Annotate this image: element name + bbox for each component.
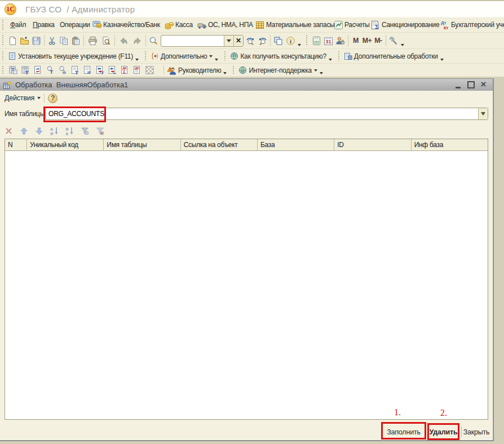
table-name-combobox[interactable]: ORG_ACCOUNTS [45,108,488,120]
tables-grid[interactable]: N Уникальный код Имя таблицы Ссылка на о… [5,139,488,420]
toolbar-grip[interactable] [2,35,6,46]
toolbar-grip[interactable] [338,51,342,61]
delete-row-button[interactable] [1,124,16,137]
report-search-lines-button[interactable] [56,64,69,77]
manager-button[interactable]: ! Руководителю [166,64,222,77]
doc-title-button[interactable]: T [69,64,81,77]
user-session-button[interactable] [334,34,346,47]
doc-transfer-title-button[interactable]: T [94,64,106,77]
menu-edit[interactable]: Правка [33,17,55,32]
info-button[interactable]: i [284,34,297,47]
menu-operations[interactable]: Операции [60,17,90,32]
print-button[interactable] [86,34,99,47]
search-input[interactable] [161,35,224,46]
consultation-button[interactable]: Как получить консультацию? [229,49,327,63]
services-dropdown-arrow[interactable] [400,33,405,48]
internet-support-button[interactable]: Интернет-поддержка [237,64,318,77]
close-button[interactable]: × [480,81,487,88]
delete-button[interactable]: Удалить [427,424,459,440]
maximize-button[interactable] [467,81,475,88]
table-name-dropdown-button[interactable] [478,108,488,119]
toolbar-grip[interactable] [232,66,236,74]
doc-transfer-lines-button[interactable] [106,64,118,77]
toolbar-grip[interactable] [306,35,310,46]
dk-doc-button[interactable]: ДК [131,64,143,77]
column-header-table-name[interactable]: Имя таблицы [104,139,180,150]
info-dropdown-arrow[interactable] [297,33,302,48]
actions-menu-button[interactable]: Действия [0,91,43,105]
redo-button[interactable] [130,34,144,47]
paste-button[interactable] [70,34,82,47]
memory-m-plus-button[interactable]: M+ [361,34,373,47]
toolbar-grip[interactable] [2,20,6,30]
clear-filter-button[interactable] [92,124,108,137]
menu-materials[interactable]: Материальные запасы [255,17,334,32]
report-refresh-button[interactable] [32,64,44,77]
checker-button[interactable] [143,64,156,77]
services-button[interactable] [388,34,400,47]
copy-button[interactable] [58,34,70,47]
undo-button[interactable] [117,34,130,47]
memory-m-minus-button[interactable]: M- [373,34,384,47]
column-header-object-ref[interactable]: Ссылка на объект [181,139,258,150]
window-controls: × [455,81,487,88]
search-dropdown-button[interactable] [224,35,233,46]
help-button[interactable]: ? [48,94,58,103]
sort-ascending-button[interactable]: АЯ [47,124,62,137]
calculator-button[interactable] [311,34,322,47]
internet-support-overflow-arrow[interactable] [319,64,324,77]
dk-sum-button[interactable]: ДКΣ [118,64,131,77]
toolbar-grip[interactable] [2,51,6,61]
set-institution-overflow-arrow[interactable] [134,49,140,63]
doc-lines-button[interactable] [81,64,94,77]
menu-fixed-assets[interactable]: ОС, НМА, НПА [197,17,253,32]
extra-processing-overflow-arrow[interactable] [439,49,445,63]
sort-descending-button[interactable]: ЯА [62,124,77,137]
toolbar-grip[interactable] [224,51,228,61]
open-button[interactable] [19,34,30,47]
manager-overflow-arrow[interactable] [222,64,228,77]
processing-window-titlebar[interactable]: Обработка ВнешняяОбработка1 × [0,78,493,91]
filter-icon [81,127,89,135]
extra-processing-button[interactable]: Дополнительные обработки [343,49,439,63]
minimize-button[interactable] [455,81,462,88]
search-button[interactable] [148,34,160,47]
print-preview-button[interactable] [99,34,113,47]
table-name-input[interactable]: ORG_ACCOUNTS [46,108,478,119]
report-sum-button[interactable]: Σ [7,64,19,77]
windows-button[interactable] [272,34,284,47]
column-header-base[interactable]: База [258,139,334,150]
menu-authorization[interactable]: Σ Санкционирование [371,17,439,32]
close-window-button[interactable]: Закрыть [462,424,490,440]
fill-button[interactable]: Заполнить [381,424,426,440]
calendar-button[interactable]: 31 [322,34,334,47]
move-up-button[interactable] [16,124,32,137]
set-institution-button[interactable]: Установить текущее учреждение (F11) [7,49,134,63]
menu-cash[interactable]: Касса [165,17,193,32]
filter-settings-button[interactable] [77,124,92,137]
search-clear-button[interactable]: ✕ [233,35,243,46]
menu-file[interactable]: Файл [10,17,26,32]
new-document-button[interactable] [7,34,19,47]
toolbar-grip[interactable] [144,51,148,61]
toolbar-grip[interactable] [2,66,6,74]
save-button[interactable] [30,34,42,47]
search-combobox[interactable]: ✕ [161,35,244,47]
menu-settlements[interactable]: Расчеты [334,17,370,32]
move-down-button[interactable] [32,124,47,137]
report-search-title-button[interactable]: T [44,64,56,77]
column-header-infobase[interactable]: Инф база [412,139,488,150]
find-next-button[interactable] [245,34,257,47]
cut-button[interactable] [46,34,58,47]
column-header-unique-code[interactable]: Уникальный код [27,139,104,150]
column-header-id[interactable]: ID [334,139,411,150]
menu-accounting[interactable]: ДтКт Бухгалтерский учет [440,17,504,32]
consultation-overflow-arrow[interactable] [328,49,333,63]
additional-button[interactable]: Дополнительно [149,49,214,63]
report-table-button[interactable]: T [19,64,32,77]
find-previous-button[interactable] [257,34,268,47]
column-header-n[interactable]: N [5,139,27,150]
additional-overflow-arrow[interactable] [214,49,219,63]
memory-m-button[interactable]: M [350,34,361,47]
menu-treasury-bank[interactable]: Казначейство/Банк [92,17,160,32]
